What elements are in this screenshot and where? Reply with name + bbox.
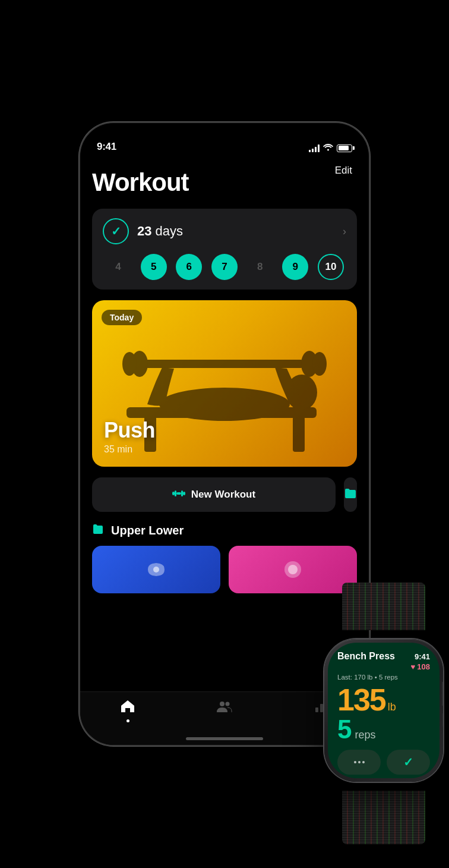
list-item: 7 [211, 254, 238, 280]
watch-header: Bench Press 9:41 ♥ 108 [337, 651, 430, 671]
streak-info: ✓ 23 days [103, 218, 183, 244]
checkmark-icon: ✓ [111, 224, 121, 238]
day-circle-9: 9 [282, 254, 308, 280]
programs-section-title: Upper Lower [111, 524, 184, 537]
list-item: 5 [141, 254, 167, 280]
svg-rect-11 [172, 492, 175, 495]
svg-rect-3 [293, 416, 305, 452]
chevron-right-icon: › [343, 225, 346, 238]
programs-folder-icon [92, 524, 104, 537]
svg-point-4 [159, 388, 290, 421]
workout-name: Push [104, 418, 155, 443]
list-item: 6 [176, 254, 202, 280]
svg-rect-6 [138, 360, 305, 368]
list-item: 4 [105, 254, 131, 280]
streak-check-icon: ✓ [103, 218, 129, 244]
watch-side-button [442, 713, 443, 727]
day-circle-4: 4 [105, 254, 131, 280]
watch-time-heart: 9:41 ♥ 108 [411, 651, 430, 671]
workout-card[interactable]: Today Push 35 min [92, 300, 357, 467]
svg-rect-14 [181, 490, 183, 496]
status-time: 9:41 [97, 141, 116, 153]
streak-top: ✓ 23 days › [103, 218, 346, 244]
section-header: Upper Lower [92, 524, 357, 537]
workout-duration: 35 min [104, 444, 155, 455]
watch-reps-value: 5 [337, 716, 351, 743]
list-item: 9 [282, 254, 308, 280]
page-title: Workout [92, 168, 357, 197]
signal-icon [309, 144, 320, 152]
watch-crown [442, 682, 443, 706]
program-card-blue[interactable] [92, 546, 220, 593]
workout-info: Push 35 min [104, 418, 155, 455]
day-circle-5: 5 [141, 254, 167, 280]
program-card-pink[interactable] [229, 546, 357, 593]
heart-rate-value: 108 [417, 662, 430, 671]
day-dots: 4 5 6 7 8 9 [103, 254, 346, 280]
watch-exercise-name: Bench Press [337, 651, 395, 662]
edit-button[interactable]: Edit [335, 165, 352, 177]
home-icon [120, 699, 135, 717]
watch-weight-unit: lb [388, 701, 396, 713]
watch-reps-label: reps [355, 729, 375, 741]
new-workout-label: New Workout [191, 489, 255, 501]
watch-weight-value: 135 [337, 684, 385, 715]
watch-more-button[interactable] [337, 750, 381, 775]
new-workout-button[interactable]: New Workout [92, 477, 336, 512]
watch-band-bottom [342, 791, 425, 844]
watch-reps-display: 5 reps [337, 716, 430, 743]
home-indicator [186, 737, 263, 740]
person-group-icon [216, 699, 233, 717]
wifi-icon [323, 143, 333, 153]
watch-case: Bench Press 9:41 ♥ 108 Last: 170 lb • 5 … [324, 639, 443, 782]
watch-screen: Bench Press 9:41 ♥ 108 Last: 170 lb • 5 … [328, 643, 439, 778]
battery-icon [337, 144, 352, 152]
check-icon: ✓ [403, 755, 413, 769]
svg-rect-15 [183, 492, 185, 495]
svg-point-20 [225, 702, 229, 706]
watch-weight-display: 135 lb [337, 684, 430, 715]
streak-days: 23 days [137, 224, 183, 239]
list-item: 10 [318, 254, 344, 280]
action-buttons: New Workout [92, 477, 357, 512]
heart-icon: ♥ [411, 662, 416, 671]
dumbbell-icon [172, 488, 185, 502]
watch-confirm-button[interactable]: ✓ [387, 750, 430, 775]
day-circle-8: 8 [247, 254, 273, 280]
watch-last-set: Last: 170 lb • 5 reps [337, 674, 430, 681]
watch-action-buttons: ✓ [337, 750, 430, 775]
today-badge: Today [102, 310, 142, 325]
day-circle-7: 7 [211, 254, 238, 280]
ellipsis-icon [354, 761, 365, 763]
svg-point-10 [312, 352, 327, 376]
tab-home[interactable] [120, 699, 135, 722]
watch-band-top [342, 583, 425, 630]
svg-point-18 [288, 565, 298, 574]
tab-active-dot [127, 719, 129, 722]
svg-point-16 [153, 567, 159, 573]
svg-rect-13 [176, 492, 181, 495]
folder-icon [344, 488, 357, 502]
streak-card[interactable]: ✓ 23 days › 4 5 6 [92, 209, 357, 290]
svg-rect-12 [175, 490, 176, 496]
status-icons [309, 143, 352, 153]
tab-social[interactable] [216, 699, 233, 717]
watch-time: 9:41 [415, 652, 430, 661]
day-circle-10: 10 [318, 254, 344, 280]
second-action-button[interactable] [344, 477, 357, 512]
program-cards [92, 546, 357, 593]
day-circle-6: 6 [176, 254, 202, 280]
list-item: 8 [247, 254, 273, 280]
apple-watch: Bench Press 9:41 ♥ 108 Last: 170 lb • 5 … [295, 600, 449, 820]
svg-point-8 [122, 352, 137, 376]
svg-point-0 [327, 149, 329, 151]
watch-heart-rate: ♥ 108 [411, 662, 430, 671]
dynamic-island [189, 131, 260, 150]
svg-point-19 [220, 702, 224, 706]
